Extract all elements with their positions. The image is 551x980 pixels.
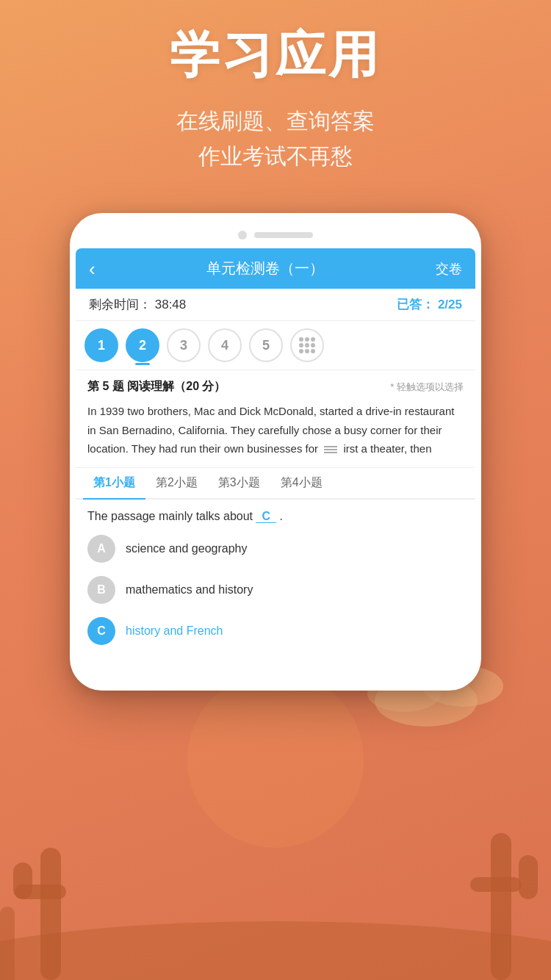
submit-button[interactable]: 交卷: [436, 260, 462, 278]
svg-rect-7: [519, 855, 538, 899]
subtitle-line2: 作业考试不再愁: [0, 139, 551, 174]
tap-hint: * 轻触选项以选择: [390, 381, 464, 394]
app-title: 学习应用: [0, 22, 551, 89]
phone-screen: ‹ 单元检测卷（一） 交卷 剩余时间： 38:48 已答： 2/25 1 2 3: [76, 248, 475, 669]
answered-count: 已答： 2/25: [397, 296, 462, 313]
subtitle-line1: 在线刷题、查询答案: [0, 104, 551, 139]
sub-tab-1[interactable]: 第1小题: [83, 468, 145, 498]
phone-shell: ‹ 单元检测卷（一） 交卷 剩余时间： 38:48 已答： 2/25 1 2 3: [70, 213, 481, 691]
answered-value: 2/25: [438, 298, 462, 311]
phone-camera: [238, 231, 247, 239]
svg-point-0: [0, 921, 551, 980]
timer-value: 38:48: [155, 298, 187, 311]
svg-rect-6: [470, 877, 522, 892]
option-text-a: science and geography: [126, 542, 247, 555]
answer-period: .: [279, 510, 282, 522]
grid-icon: [299, 337, 315, 353]
answer-prompt: The passage mainly talks about C .: [87, 510, 464, 523]
question-section: 第 5 题 阅读理解（20 分） * 轻触选项以选择 In 1939 two b…: [76, 370, 475, 468]
answered-label: 已答：: [397, 298, 434, 311]
option-row-b[interactable]: B mathematics and history: [87, 576, 464, 604]
top-text-area: 学习应用 在线刷题、查询答案 作业考试不再愁: [0, 22, 551, 174]
timer-label: 剩余时间：: [89, 298, 151, 311]
header-title: 单元检测卷（一）: [206, 259, 324, 278]
timer-row: 剩余时间： 38:48 已答： 2/25: [76, 289, 475, 321]
svg-rect-4: [0, 907, 15, 980]
sub-tab-4[interactable]: 第4小题: [270, 468, 333, 498]
app-subtitle: 在线刷题、查询答案 作业考试不再愁: [0, 104, 551, 174]
q-num-more[interactable]: [290, 328, 324, 362]
q-num-5[interactable]: 5: [249, 328, 283, 362]
phone-notch: [76, 225, 475, 248]
option-circle-b: B: [87, 576, 115, 604]
question-nav: 1 2 3 4 5: [76, 321, 475, 370]
phone-mockup: ‹ 单元检测卷（一） 交卷 剩余时间： 38:48 已答： 2/25 1 2 3: [70, 213, 481, 691]
question-label: 第 5 题 阅读理解（20 分）: [87, 379, 226, 394]
q-num-4[interactable]: 4: [208, 328, 242, 362]
option-circle-a: A: [87, 535, 115, 563]
q-num-3[interactable]: 3: [167, 328, 201, 362]
phone-speaker: [254, 232, 313, 238]
sub-tabs: 第1小题 第2小题 第3小题 第4小题: [76, 468, 475, 500]
q-num-1[interactable]: 1: [84, 328, 118, 362]
option-text-c: history and French: [126, 624, 223, 638]
option-text-b: mathematics and history: [126, 583, 253, 597]
answer-letter: C: [256, 510, 276, 523]
svg-rect-1: [40, 848, 61, 980]
app-header: ‹ 单元检测卷（一） 交卷: [76, 248, 475, 289]
svg-rect-3: [13, 862, 32, 899]
option-row-c[interactable]: C history and French: [87, 617, 464, 645]
option-row-a[interactable]: A science and geography: [87, 535, 464, 563]
sub-tab-2[interactable]: 第2小题: [145, 468, 208, 498]
svg-point-11: [187, 671, 364, 848]
question-text: In 1939 two brothers, Mac and Dick McDon…: [87, 402, 464, 458]
q-num-2[interactable]: 2: [126, 328, 159, 362]
option-circle-c: C: [87, 617, 115, 645]
lines-icon-inline: [324, 446, 337, 453]
sub-tab-3[interactable]: 第3小题: [208, 468, 270, 498]
question-header-row: 第 5 题 阅读理解（20 分） * 轻触选项以选择: [87, 379, 464, 394]
answer-section: The passage mainly talks about C . A sci…: [76, 500, 475, 669]
answer-prompt-text: The passage mainly talks about: [87, 510, 253, 522]
timer-display: 剩余时间： 38:48: [89, 296, 186, 313]
svg-rect-5: [491, 833, 511, 980]
back-button[interactable]: ‹: [89, 259, 96, 278]
